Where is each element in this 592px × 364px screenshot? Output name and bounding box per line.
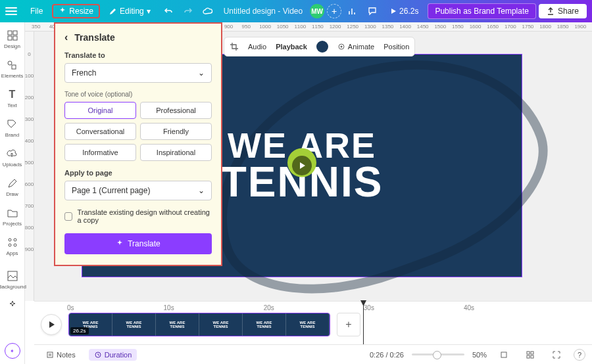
notes-button[interactable]: Notes bbox=[41, 349, 81, 361]
chevron-down-icon: ⌄ bbox=[198, 186, 205, 195]
sidebar-draw[interactable]: Draw bbox=[6, 175, 19, 198]
svg-rect-2 bbox=[8, 36, 12, 40]
sidebar-projects[interactable]: Projects bbox=[3, 205, 22, 228]
svg-rect-16 bbox=[527, 352, 530, 354]
sidebar-magic[interactable] bbox=[6, 298, 19, 313]
svg-point-4 bbox=[8, 61, 12, 65]
translate-panel: ‹ Translate Translate to French⌄ Tone of… bbox=[54, 22, 222, 266]
zoom-slider[interactable] bbox=[412, 353, 464, 355]
clip-thumbnail: WE ARETENNIS bbox=[286, 313, 330, 336]
sidebar-elements[interactable]: Elements bbox=[1, 57, 23, 80]
back-button[interactable]: ‹ bbox=[64, 32, 68, 43]
crop-icon[interactable] bbox=[230, 42, 239, 51]
share-button[interactable]: Share bbox=[539, 4, 587, 18]
svg-rect-19 bbox=[531, 355, 533, 358]
translate-to-label: Translate to bbox=[64, 51, 212, 59]
sidebar-background[interactable]: Background bbox=[0, 268, 26, 291]
apply-page-select[interactable]: Page 1 (Current page)⌄ bbox=[64, 181, 212, 200]
clip-duration-badge: 26.2s bbox=[70, 327, 89, 334]
timeline: 0s10s20s30s40s 26.2s WE ARETENNISWE ARET… bbox=[34, 301, 592, 344]
audio-button[interactable]: Audio bbox=[248, 43, 266, 51]
notes-icon bbox=[46, 351, 54, 359]
svg-rect-15 bbox=[501, 352, 506, 357]
menu-icon[interactable] bbox=[5, 7, 17, 15]
tone-inspirational[interactable]: Inspirational bbox=[140, 144, 212, 161]
left-sidebar: Design Elements TText Brand Uploads Draw… bbox=[0, 22, 25, 364]
svg-rect-10 bbox=[8, 271, 17, 281]
pencil-icon bbox=[109, 7, 117, 15]
canvas-play-button[interactable] bbox=[292, 156, 312, 175]
svg-rect-1 bbox=[13, 31, 17, 35]
sidebar-apps[interactable]: Apps bbox=[6, 235, 19, 258]
cloud-sync-icon[interactable] bbox=[199, 3, 216, 20]
play-icon bbox=[390, 8, 397, 14]
zoom-value: 50% bbox=[472, 351, 487, 359]
clip-thumbnail: WE ARETENNIS bbox=[156, 313, 199, 336]
copy-checkbox-row[interactable]: Translate existing design without creati… bbox=[64, 208, 212, 224]
svg-rect-13 bbox=[47, 352, 53, 357]
undo-button[interactable] bbox=[160, 3, 177, 20]
duration-button[interactable]: Duration bbox=[89, 349, 137, 361]
comment-icon[interactable] bbox=[364, 3, 381, 20]
tone-label: Tone of voice (optional) bbox=[64, 91, 212, 98]
context-toolbar: Audio Playback Animate Position bbox=[224, 37, 415, 57]
playback-button[interactable]: Playback bbox=[276, 43, 307, 51]
sparkle-icon bbox=[59, 7, 66, 15]
svg-point-7 bbox=[14, 239, 16, 241]
animate-button[interactable]: Animate bbox=[337, 43, 374, 51]
tone-professional[interactable]: Professional bbox=[140, 102, 212, 119]
play-icon bbox=[47, 321, 55, 329]
fullscreen-icon[interactable] bbox=[547, 349, 566, 361]
sidebar-text[interactable]: TText bbox=[6, 87, 19, 110]
bottom-bar: Notes Duration 0:26 / 0:26 50% ? bbox=[34, 344, 592, 364]
playhead[interactable] bbox=[363, 302, 364, 344]
grid-view-icon[interactable] bbox=[521, 349, 539, 361]
sidebar-design[interactable]: Design bbox=[4, 28, 20, 51]
resize-menu[interactable]: Resize bbox=[52, 4, 100, 18]
checkbox[interactable] bbox=[64, 212, 72, 221]
publish-button[interactable]: Publish as Brand Template bbox=[428, 3, 536, 19]
sidebar-brand[interactable]: Brand bbox=[5, 116, 19, 139]
animate-icon bbox=[337, 43, 345, 51]
help-icon[interactable]: ? bbox=[574, 349, 585, 361]
svg-point-12 bbox=[340, 46, 342, 48]
svg-point-9 bbox=[14, 244, 16, 246]
add-clip-button[interactable]: + bbox=[337, 313, 360, 336]
top-bar: File Resize Editing ▾ Untitled design - … bbox=[0, 0, 592, 22]
file-menu[interactable]: File bbox=[24, 4, 49, 18]
svg-point-6 bbox=[9, 239, 11, 241]
fit-icon[interactable] bbox=[495, 349, 513, 361]
document-title[interactable]: Untitled design - Video bbox=[219, 7, 307, 16]
color-swatch[interactable] bbox=[316, 41, 328, 53]
svg-rect-3 bbox=[13, 36, 17, 40]
clip-thumbnail: WE ARETENNIS bbox=[243, 313, 286, 336]
tone-original[interactable]: Original bbox=[64, 102, 136, 119]
apply-to-page-label: Apply to page bbox=[64, 169, 212, 177]
svg-rect-18 bbox=[527, 355, 530, 358]
translate-button[interactable]: Translate bbox=[64, 233, 212, 254]
preview-play-button[interactable]: 26.2s bbox=[383, 5, 425, 18]
vertical-ruler: 0100200300400500600700800900 bbox=[25, 32, 34, 301]
avatar[interactable]: MW bbox=[310, 4, 324, 18]
panel-title: Translate bbox=[74, 32, 114, 43]
time-display: 0:26 / 0:26 bbox=[370, 351, 404, 359]
chevron-down-icon: ⌄ bbox=[198, 68, 205, 78]
add-collaborator-button[interactable]: + bbox=[327, 4, 341, 18]
assistant-button[interactable]: ✦ bbox=[5, 343, 20, 359]
tone-friendly[interactable]: Friendly bbox=[140, 123, 212, 140]
svg-rect-17 bbox=[531, 352, 533, 354]
video-clip[interactable]: 26.2s WE ARETENNISWE ARETENNISWE ARETENN… bbox=[68, 313, 330, 336]
tone-informative[interactable]: Informative bbox=[64, 144, 136, 161]
editing-menu[interactable]: Editing ▾ bbox=[103, 4, 157, 18]
clock-icon bbox=[94, 351, 102, 359]
position-button[interactable]: Position bbox=[383, 43, 409, 51]
svg-rect-5 bbox=[12, 65, 16, 69]
timeline-play-button[interactable] bbox=[41, 314, 62, 335]
play-icon bbox=[298, 162, 306, 170]
redo-button[interactable] bbox=[180, 3, 197, 20]
tone-conversational[interactable]: Conversational bbox=[64, 123, 136, 140]
sidebar-uploads[interactable]: Uploads bbox=[3, 146, 22, 169]
upload-icon bbox=[547, 7, 555, 15]
analytics-icon[interactable] bbox=[344, 3, 361, 20]
language-select[interactable]: French⌄ bbox=[64, 63, 212, 83]
